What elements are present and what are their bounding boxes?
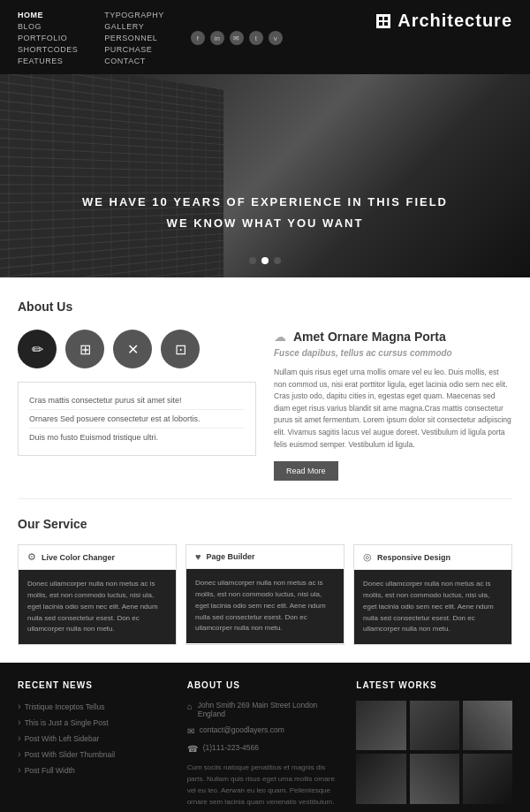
- footer-about-title: About Us: [187, 680, 344, 690]
- service-card-2: ♥ Page Builder Donec ullamcorper nulla n…: [186, 544, 344, 645]
- service-card-2-title: Page Builder: [207, 552, 255, 561]
- service-card-3-body: Donec ullamcorper nulla non metus ac is …: [354, 570, 511, 644]
- social-twitter[interactable]: t: [249, 31, 263, 45]
- nav-blog[interactable]: BLOG: [18, 22, 78, 31]
- news-item-2[interactable]: This is Just a Single Post: [18, 717, 174, 727]
- hero-section: WE HAVE 10 YEARS OF EXPERIENCE IN THIS F…: [0, 74, 530, 277]
- logo[interactable]: Architecture: [376, 11, 512, 31]
- hero-dot-3[interactable]: [274, 257, 281, 264]
- news-item-3[interactable]: Post With Left Sidebar: [18, 732, 174, 743]
- hero-dot-2[interactable]: [261, 257, 269, 264]
- address-icon: ⌂: [187, 702, 193, 711]
- icon-square: ⊡: [161, 330, 200, 368]
- nav-features[interactable]: FEATURES: [18, 57, 78, 65]
- work-thumb-5[interactable]: [410, 754, 459, 803]
- list-item-2: Ornares Sed posuere consectetur est at l…: [29, 410, 245, 429]
- footer-phone: ☎ (1)111-223-4566: [187, 743, 344, 754]
- nav-typography[interactable]: TYPOGRAPHY: [104, 11, 164, 19]
- responsive-icon: ◎: [363, 551, 372, 563]
- logo-icon: [376, 14, 390, 28]
- nav-home[interactable]: HOME: [18, 11, 78, 19]
- service-card-3-header: ◎ Responsive Design: [354, 545, 511, 570]
- hero-dots: [0, 257, 530, 264]
- footer-recent-news: Recent News Tristique Inceptos Tellus Th…: [18, 680, 174, 808]
- footer-latest-works: Latest Works: [356, 680, 512, 808]
- about-right-subtitle: Fusce dapibus, tellus ac cursus commodo: [274, 348, 512, 358]
- about-right: ☁ Amet Ornare Magna Porta Fusce dapibus,…: [274, 330, 512, 481]
- icon-grid: ⊞: [65, 330, 104, 368]
- nav-contact[interactable]: CONTACT: [104, 57, 164, 65]
- work-thumb-4[interactable]: [356, 754, 405, 803]
- nav-col-1: HOME BLOG PORTFOLIO SHORTCODES FEATURES: [18, 11, 78, 65]
- hero-dot-1[interactable]: [249, 257, 256, 264]
- footer-email: ✉ contact@goodlayers.com: [187, 725, 344, 736]
- nav-col-2: TYPOGRAPHY GALLERY PERSONNEL PURCHASE CO…: [104, 11, 164, 65]
- service-card-1: ⚙ Live Color Changer Donec ullamcorper n…: [18, 544, 177, 645]
- service-card-2-header: ♥ Page Builder: [186, 545, 344, 569]
- about-right-title-row: ☁ Amet Ornare Magna Porta: [274, 330, 512, 344]
- footer-address-text: John Smith 269 Main Street London Englan…: [198, 701, 344, 718]
- email-icon: ✉: [187, 726, 194, 736]
- nav-shortcodes[interactable]: SHORTCODES: [18, 45, 78, 54]
- about-icons: ✏ ⊞ ✕ ⊡: [18, 330, 256, 368]
- social-linkedin[interactable]: in: [210, 31, 224, 45]
- service-section: Our Service ⚙ Live Color Changer Donec u…: [0, 499, 530, 645]
- phone-icon: ☎: [187, 744, 198, 754]
- live-color-icon: ⚙: [27, 551, 36, 563]
- service-card-3-title: Responsive Design: [377, 553, 450, 562]
- hero-building-left: [0, 74, 223, 277]
- footer-about-body: Cum sociis natoque penatibus et magnis d…: [187, 763, 344, 808]
- social-email[interactable]: ✉: [230, 31, 244, 45]
- work-thumb-6[interactable]: [463, 754, 512, 803]
- service-card-1-header: ⚙ Live Color Changer: [19, 545, 176, 570]
- nav-purchase[interactable]: PURCHASE: [104, 45, 164, 54]
- footer-news-list: Tristique Inceptos Tellus This is Just a…: [18, 701, 174, 775]
- about-content: ✏ ⊞ ✕ ⊡ Cras mattis consectetur purus si…: [18, 330, 512, 481]
- read-more-button[interactable]: Read More: [274, 461, 338, 481]
- footer-latest-works-title: Latest Works: [356, 680, 512, 690]
- hero-line-1: WE HAVE 10 YEARS OF EXPERIENCE IN THIS F…: [82, 195, 448, 209]
- service-card-3: ◎ Responsive Design Donec ullamcorper nu…: [353, 544, 512, 645]
- service-cards: ⚙ Live Color Changer Donec ullamcorper n…: [18, 544, 512, 645]
- hero-text: WE HAVE 10 YEARS OF EXPERIENCE IN THIS F…: [0, 192, 530, 233]
- work-thumb-1[interactable]: [356, 701, 405, 750]
- footer: Recent News Tristique Inceptos Tellus Th…: [0, 663, 530, 812]
- social-facebook[interactable]: f: [191, 31, 205, 45]
- about-left: ✏ ⊞ ✕ ⊡ Cras mattis consectetur purus si…: [18, 330, 256, 481]
- service-card-2-body: Donec ullamcorper nulla non metus ac is …: [186, 569, 344, 643]
- about-section: About Us ✏ ⊞ ✕ ⊡ Cras mattis consectetur…: [0, 277, 530, 498]
- navigation: HOME BLOG PORTFOLIO SHORTCODES FEATURES …: [18, 11, 283, 65]
- footer-main: Recent News Tristique Inceptos Tellus Th…: [0, 663, 530, 812]
- social-icons: f in ✉ t v: [191, 11, 283, 65]
- about-right-title: Amet Ornare Magna Porta: [293, 330, 446, 344]
- news-item-1[interactable]: Tristique Inceptos Tellus: [18, 701, 174, 711]
- page-builder-icon: ♥: [195, 551, 201, 562]
- footer-about: About Us ⌂ John Smith 269 Main Street Lo…: [187, 680, 344, 808]
- nav-gallery[interactable]: GALLERY: [104, 22, 164, 31]
- about-title: About Us: [18, 300, 512, 314]
- about-list: Cras mattis consectetur purus sit amet s…: [18, 382, 256, 456]
- work-thumb-3[interactable]: [463, 701, 512, 750]
- icon-edit: ✏: [18, 330, 57, 368]
- nav-personnel[interactable]: PERSONNEL: [104, 34, 164, 42]
- news-item-5[interactable]: Post Full Width: [18, 764, 174, 775]
- nav-portfolio[interactable]: PORTFOLIO: [18, 34, 78, 42]
- service-card-1-body: Donec ullamcorper nulla non metus ac is …: [19, 570, 176, 644]
- service-title: Our Service: [18, 517, 512, 531]
- list-item-3: Duis mo fusto Euismod tristique ultri.: [29, 429, 245, 446]
- footer-email-text: contact@goodlayers.com: [200, 725, 284, 734]
- social-vimeo[interactable]: v: [269, 31, 283, 45]
- works-grid: [356, 701, 512, 803]
- footer-recent-news-title: Recent News: [18, 680, 174, 690]
- icon-close: ✕: [113, 330, 152, 368]
- hero-line-2: WE KNOW WHAT YOU WANT: [167, 216, 364, 230]
- list-item-1: Cras mattis consectetur purus sit amet s…: [29, 391, 245, 410]
- service-card-1-title: Live Color Changer: [42, 553, 115, 562]
- footer-address: ⌂ John Smith 269 Main Street London Engl…: [187, 701, 344, 718]
- footer-phone-text: (1)111-223-4566: [203, 743, 259, 752]
- logo-text: Architecture: [398, 11, 512, 31]
- news-item-4[interactable]: Post With Slider Thumbnail: [18, 748, 174, 759]
- header: HOME BLOG PORTFOLIO SHORTCODES FEATURES …: [0, 0, 530, 74]
- about-right-body: Nullam quis risus eget urna mollis ornar…: [274, 367, 512, 451]
- work-thumb-2[interactable]: [410, 701, 459, 750]
